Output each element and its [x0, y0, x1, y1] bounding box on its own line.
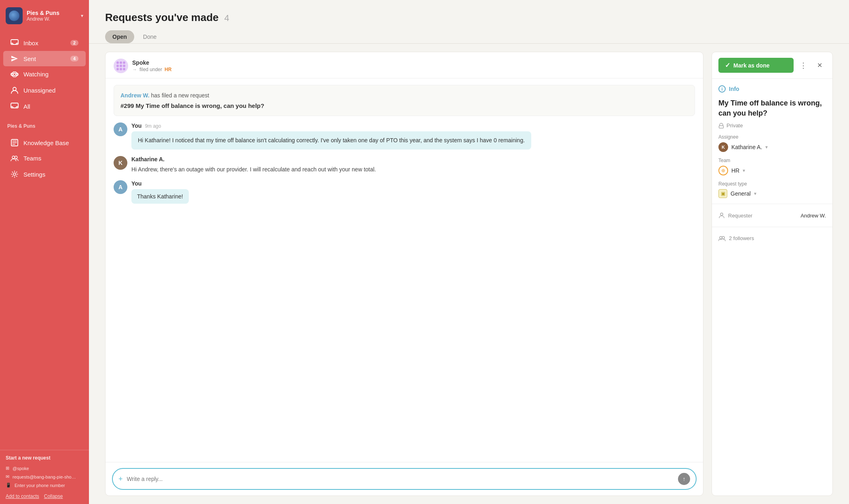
sidebar: Pies & Puns Andrew W. ▾ Inbox 2 Sent 4 [0, 0, 89, 504]
more-options-button[interactable]: ⋮ [797, 59, 810, 72]
msg-name-row: You [131, 180, 695, 187]
brand-info: Pies & Puns Andrew W. [27, 10, 77, 22]
reply-input[interactable] [127, 476, 674, 482]
request-count: 4 [224, 13, 229, 23]
mark-done-label: Mark as done [733, 62, 769, 69]
mark-done-button[interactable]: ✓ Mark as done [718, 58, 794, 73]
svg-point-9 [15, 156, 17, 158]
conv-sender-name: Spoke [132, 59, 695, 66]
sidebar-item-inbox[interactable]: Inbox 2 [3, 35, 86, 51]
sidebar-item-watching[interactable]: Watching [3, 67, 86, 82]
info-body: i Info My Time off balance is wrong, can… [712, 79, 832, 496]
conv-meta: → filed under HR [132, 67, 695, 72]
team-value[interactable]: ⊕ HR ▾ [718, 166, 826, 175]
request-type-value[interactable]: ▣ General ▾ [718, 189, 826, 198]
team-name: HR [731, 167, 739, 174]
brand-name: Pies & Puns [27, 10, 77, 16]
assignee-name: Katharine A. [731, 144, 762, 150]
msg-author: You [131, 122, 142, 129]
msg-author: Katharine A. [131, 156, 165, 162]
conv-header: Spoke → filed under HR [106, 52, 703, 78]
content-area: Spoke → filed under HR Andrew W. has fil… [89, 44, 849, 504]
reply-input-row[interactable]: + ↑ [112, 468, 697, 490]
team-icon: ⊕ [718, 166, 728, 175]
info-request-title: My Time off balance is wrong, can you he… [718, 98, 826, 118]
footer-email-label: requests@bang-bang-pie-shop.asks... [13, 474, 77, 479]
brand-user: Andrew W. [27, 16, 77, 22]
footer-item-phone[interactable]: 📱 Enter your phone number [6, 481, 83, 489]
followers-row: 2 followers [718, 231, 826, 245]
private-label: Private [727, 122, 743, 129]
team-field: Team ⊕ HR ▾ [718, 158, 826, 175]
teams-icon [11, 155, 19, 162]
close-button[interactable]: ✕ [813, 59, 826, 72]
footer-spoke-label: @spoke [13, 466, 29, 471]
svg-point-13 [720, 236, 722, 239]
requester-link[interactable]: Andrew W. [120, 92, 150, 99]
msg-bubble-small: Thanks Katharine! [131, 189, 189, 204]
sidebar-item-all[interactable]: All [3, 99, 86, 114]
sidebar-item-knowledge-base[interactable]: Knowledge Base [3, 135, 86, 150]
page-header: Requests you've made 4 [89, 0, 849, 30]
sent-badge: 4 [70, 56, 78, 61]
grid-icon: ⊞ [6, 466, 9, 471]
check-icon: ✓ [725, 61, 730, 69]
add-contacts-link[interactable]: Add to contacts [6, 493, 39, 499]
page-title: Requests you've made [105, 11, 219, 24]
sidebar-item-knowledge-label: Knowledge Base [23, 139, 69, 146]
svg-point-5 [13, 87, 16, 91]
msg-name-row: Katharine A. [131, 156, 695, 162]
plus-icon[interactable]: + [118, 475, 123, 483]
main-content: Requests you've made 4 Open Done Spoke [89, 0, 849, 504]
conv-body: Andrew W. has filed a new request #299 M… [106, 78, 703, 462]
svg-point-1 [13, 73, 16, 76]
system-message: Andrew W. has filed a new request #299 M… [114, 85, 695, 116]
all-icon [11, 103, 19, 110]
request-title: #299 My Time off balance is wrong, can y… [120, 102, 688, 109]
send-button[interactable]: ↑ [678, 473, 690, 485]
footer-item-spoke[interactable]: ⊞ @spoke [6, 464, 83, 472]
conv-header-info: Spoke → filed under HR [132, 59, 695, 72]
footer-item-email[interactable]: ✉ requests@bang-bang-pie-shop.asks... [6, 472, 83, 481]
assignee-label: Assignee [718, 134, 826, 140]
section-label: Pies & Puns [0, 118, 89, 131]
svg-point-2 [12, 72, 17, 77]
msg-bubble: Hi Katharine! I noticed that my time off… [131, 131, 531, 150]
msg-author: You [131, 180, 142, 187]
collapse-link[interactable]: Collapse [44, 493, 63, 499]
sidebar-item-inbox-label: Inbox [23, 40, 38, 46]
assignee-dropdown-icon[interactable]: ▾ [765, 144, 768, 150]
sidebar-item-unassigned[interactable]: Unassigned [3, 82, 86, 98]
sidebar-item-watching-label: Watching [23, 71, 49, 78]
brand-logo [6, 7, 23, 24]
avatar: A [114, 180, 127, 194]
private-icon [718, 123, 724, 129]
sidebar-item-sent[interactable]: Sent 4 [3, 51, 86, 66]
sidebar-item-teams[interactable]: Teams [3, 151, 86, 166]
team-dropdown-icon[interactable]: ▾ [743, 168, 745, 173]
system-message-text: has filed a new request [150, 92, 209, 99]
sidebar-header[interactable]: Pies & Puns Andrew W. ▾ [0, 0, 89, 32]
followers-label: 2 followers [729, 235, 754, 241]
footer-title: Start a new request [6, 455, 83, 461]
avatar: K [114, 156, 127, 170]
assignee-avatar: K [718, 142, 728, 152]
assignee-value[interactable]: K Katharine A. ▾ [718, 142, 826, 152]
requester-key: Requester [718, 212, 752, 219]
sidebar-footer: Start a new request ⊞ @spoke ✉ requests@… [0, 450, 89, 504]
tab-open[interactable]: Open [105, 30, 134, 43]
msg-content: You Thanks Katharine! [131, 180, 695, 204]
request-type-dropdown-icon[interactable]: ▾ [754, 191, 756, 196]
sidebar-section-nav: Knowledge Base Teams Settings [0, 131, 89, 186]
info-private: Private [718, 122, 826, 129]
avatar: A [114, 122, 127, 136]
info-actions: ✓ Mark as done ⋮ ✕ [712, 52, 832, 79]
sidebar-item-settings[interactable]: Settings [3, 166, 86, 182]
msg-content: You 9m ago Hi Katharine! I noticed that … [131, 122, 695, 150]
sent-icon [11, 55, 19, 62]
message-row: K Katharine A. Hi Andrew, there's an out… [114, 156, 695, 174]
footer-phone-label: Enter your phone number [15, 483, 65, 488]
tab-done[interactable]: Done [136, 30, 164, 43]
system-message-content: Andrew W. has filed a new request [120, 92, 688, 99]
sidebar-item-settings-label: Settings [23, 171, 45, 178]
